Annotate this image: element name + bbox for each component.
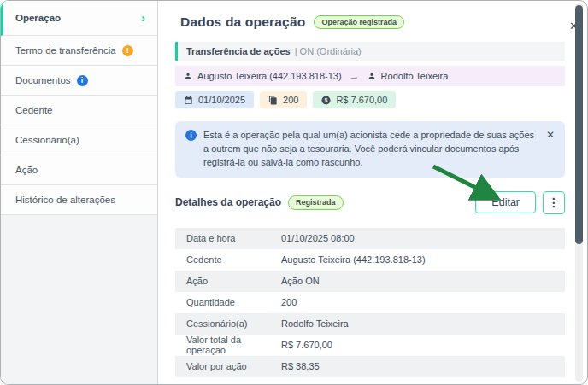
info-alert: i Esta é a operação pela qual um(a) acio… [175,121,565,178]
table-row: Valor total da operação R$ 7.670,00 [175,335,565,356]
sidebar-item-cedente[interactable]: Cedente [1,96,157,125]
money-icon: $ [321,96,331,105]
row-value: Augusto Teixeira (442.193.818-13) [281,254,426,265]
chevron-right-icon: › [141,12,145,24]
info-icon: i [185,130,197,141]
table-row: Cedente Augusto Teixeira (442.193.818-13… [175,249,565,271]
row-value: Ação ON [281,276,320,286]
svg-text:$: $ [325,96,328,103]
total-value-chip-label: R$ 7.670,00 [336,95,387,105]
quantity-chip: 200 [260,91,307,108]
sidebar-item-label: Ação [15,165,38,175]
sidebar-item-acao[interactable]: Ação [1,155,157,185]
sidebar-item-termo-de-transferencia[interactable]: Termo de transferência ! [1,36,157,66]
date-chip: 01/10/2025 [175,91,254,108]
sidebar-item-label: Histórico de alterações [15,195,115,205]
edit-button[interactable]: Editar [475,191,536,213]
operation-type-bar: Transferência de ações| ON (Ordinária) [175,42,565,61]
cedente-name: Augusto Teixeira (442.193.818-13) [197,71,342,81]
details-header: Detalhes da operação Registrada Editar ⋮ [175,191,565,214]
modal-content: Dados da operação Operação registrada Tr… [158,1,573,384]
operation-type-detail: | ON (Ordinária) [295,46,362,56]
table-row: Data e hora 01/10/2025 08:00 [175,228,565,249]
kebab-icon: ⋮ [548,195,560,209]
kebab-menu-button[interactable]: ⋮ [543,191,565,214]
info-badge-icon: i [77,75,88,86]
details-table: Data e hora 01/10/2025 08:00 Cedente Aug… [175,228,565,385]
row-value: Rodolfo Teixeira [281,318,349,329]
arrow-right-icon: → [347,70,362,82]
person-icon [184,72,192,80]
sidebar-item-historico-de-alteracoes[interactable]: Histórico de alterações [1,185,157,215]
info-alert-text: Esta é a operação pela qual um(a) acioni… [203,129,536,170]
sidebar-item-label: Operação [15,13,61,23]
sidebar-item-cessionario[interactable]: Cessionário(a) [1,125,157,155]
row-value: 01/10/2025 08:00 [281,233,355,243]
sidebar-item-label: Documentos [15,75,71,85]
total-value-chip: $ R$ 7.670,00 [313,91,396,108]
date-chip-label: 01/10/2025 [198,95,245,105]
sidebar-item-label: Cedente [15,105,52,115]
table-row: Ação Ação ON [175,271,565,292]
header: Dados da operação Operação registrada [180,15,565,30]
pages-icon [268,96,278,105]
sidebar-item-documentos[interactable]: Documentos i [1,66,157,96]
row-label: Cessionário(a) [175,318,281,329]
operation-modal: Operação › Termo de transferência ! Docu… [0,0,588,385]
page-title: Dados da operação [180,15,305,30]
sidebar-item-label: Cessionário(a) [15,135,79,145]
warning-badge-icon: ! [122,45,133,56]
summary-chips: 01/10/2025 200 $ R$ 7.670,00 [175,91,565,108]
calendar-icon [184,96,193,105]
details-status-badge: Registrada [288,195,344,210]
row-value: R$ 7.670,00 [281,340,332,350]
person-icon [368,72,376,80]
scrollbar-thumb[interactable] [575,5,583,244]
table-row: Quantidade 200 [175,292,565,313]
quantity-chip-label: 200 [283,95,298,105]
table-row: Anotações - [175,377,565,385]
table-row: Cessionário(a) Rodolfo Teixeira [175,313,565,335]
status-badge: Operação registrada [314,15,404,30]
row-label: Valor por ação [175,361,281,371]
row-label: Data e hora [175,233,281,243]
sidebar: Operação › Termo de transferência ! Docu… [1,1,158,384]
row-value: 200 [281,297,297,307]
sidebar-item-operacao[interactable]: Operação › [1,1,157,36]
row-label: Valor total da operação [175,335,281,355]
scrollbar-track[interactable] [575,3,583,382]
table-row: Valor por ação R$ 38,35 [175,356,565,377]
row-label: Ação [175,276,281,286]
row-value: R$ 38,35 [281,361,320,371]
sidebar-item-label: Termo de transferência [15,45,116,55]
row-label: Cedente [175,254,281,265]
operation-type-label: Transferência de ações [186,46,291,56]
details-title: Detalhes da operação [175,196,281,208]
alert-close-button[interactable]: ✕ [546,129,555,141]
row-label: Quantidade [175,297,281,307]
parties-bar: Augusto Teixeira (442.193.818-13) → Rodo… [175,66,565,86]
cessionario-name: Rodolfo Teixeira [381,71,449,81]
